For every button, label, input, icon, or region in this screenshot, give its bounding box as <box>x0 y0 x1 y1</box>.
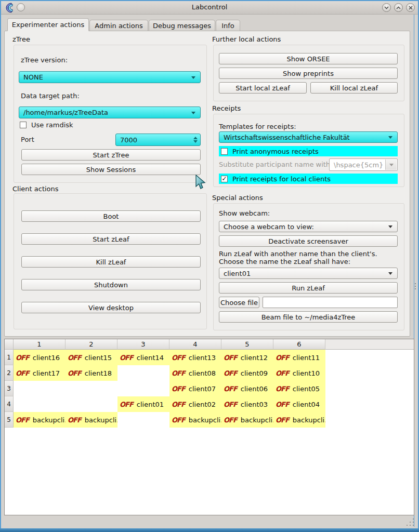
group-title-client-actions: Client actions <box>12 185 59 193</box>
client-cell[interactable]: OFFclient16 <box>14 350 66 365</box>
client-cell[interactable]: OFFclient14 <box>117 350 169 365</box>
client-cell[interactable]: OFFclient10 <box>273 365 325 381</box>
minimize-button[interactable] <box>382 3 391 12</box>
spinner-arrows[interactable] <box>192 135 199 144</box>
client-name: backupcli... <box>241 416 273 424</box>
kill-local-zleaf-button[interactable]: Kill local zLeaf <box>310 82 398 94</box>
client-cell[interactable]: OFFclient13 <box>169 350 221 365</box>
client-cell[interactable]: OFFclient12 <box>221 350 273 365</box>
client-cell[interactable]: OFFclient03 <box>221 396 273 412</box>
table-header-filler <box>325 339 414 350</box>
status-off-badge: OFF <box>16 354 29 362</box>
show-orsee-button[interactable]: Show ORSEE <box>219 53 398 64</box>
client-cell[interactable]: OFFclient08 <box>169 365 221 381</box>
client-name: client03 <box>241 401 268 408</box>
choose-file-button[interactable]: Choose file <box>219 297 259 308</box>
empty-cell[interactable] <box>14 381 66 396</box>
beam-file-button[interactable]: Beam file to ~/media4zTree <box>219 311 398 323</box>
client-name: backupcli... <box>85 416 117 424</box>
data-target-path-select[interactable]: /home/markus/zTreeData <box>19 107 201 118</box>
client-cell[interactable]: OFFclient15 <box>66 350 117 365</box>
spin-up-icon <box>193 137 198 139</box>
client-cell[interactable]: OFFclient04 <box>273 396 325 412</box>
empty-cell[interactable] <box>14 396 66 412</box>
tab-admin-actions[interactable]: Admin actions <box>89 20 148 31</box>
client-cell[interactable]: OFFclient05 <box>273 381 325 396</box>
client-cell[interactable]: OFFbackupcli... <box>14 412 66 428</box>
print-anonymous-row: Print anonymous receipts <box>219 146 398 156</box>
window-menu-button[interactable] <box>17 3 25 11</box>
row-header-2[interactable]: 2 <box>5 365 14 381</box>
row-header-4[interactable]: 4 <box>5 396 14 412</box>
status-off-badge: OFF <box>276 401 289 408</box>
status-off-badge: OFF <box>172 385 185 393</box>
run-zleaf-button[interactable]: Run zLeaf <box>219 282 398 294</box>
client-cell[interactable]: OFFbackupcli... <box>66 412 117 428</box>
empty-cell[interactable] <box>117 412 169 428</box>
tab-experimenter-actions[interactable]: Experimenter actions <box>7 18 89 31</box>
ztree-version-value: NONE <box>23 73 43 81</box>
start-ztree-button[interactable]: Start zTree <box>21 149 201 161</box>
column-header-1[interactable]: 1 <box>14 339 66 350</box>
column-header-3[interactable]: 3 <box>117 339 169 350</box>
column-header-5[interactable]: 5 <box>221 339 273 350</box>
resize-grip[interactable] <box>407 518 417 528</box>
tab-info[interactable]: Info <box>216 20 240 31</box>
port-spinbox[interactable]: 7000 <box>115 134 201 146</box>
print-anonymous-checkbox[interactable] <box>221 148 228 155</box>
client-cell[interactable]: OFFbackupcli... <box>221 412 273 428</box>
start-zleaf-button[interactable]: Start zLeaf <box>21 233 201 245</box>
column-header-6[interactable]: 6 <box>273 339 325 350</box>
empty-cell[interactable] <box>66 381 117 396</box>
print-local-checkbox[interactable]: ✓ <box>221 176 228 182</box>
chevron-down-icon <box>191 112 195 114</box>
status-off-badge: OFF <box>172 401 185 408</box>
chevron-down-icon <box>191 76 195 79</box>
client-name: client04 <box>293 401 320 408</box>
ztree-version-select[interactable]: NONE <box>19 71 201 83</box>
empty-cell[interactable] <box>117 381 169 396</box>
close-button[interactable] <box>406 3 415 12</box>
chevron-down-icon <box>388 136 392 139</box>
column-header-2[interactable]: 2 <box>66 339 117 350</box>
start-local-zleaf-button[interactable]: Start local zLeaf <box>219 82 307 94</box>
webcam-select[interactable]: Choose a webcam to view: <box>219 221 398 232</box>
boot-button[interactable]: Boot <box>21 210 201 222</box>
file-path-input[interactable] <box>263 297 398 308</box>
client-cell[interactable]: OFFclient17 <box>14 365 66 381</box>
client-cell[interactable]: OFFclient02 <box>169 396 221 412</box>
client-cell[interactable]: OFFclient07 <box>169 381 221 396</box>
maximize-button[interactable] <box>394 3 403 12</box>
labcontrol-window: Labcontrol Experimenter actions Admin ac… <box>0 0 419 532</box>
row-header-1[interactable]: 1 <box>5 350 14 365</box>
receipt-template-select[interactable]: Wirtschaftswissenschaftliche Fakultät <box>219 131 398 143</box>
tab-debug-messages[interactable]: Debug messages <box>149 20 215 31</box>
print-local-row: ✓ Print receipts for local clients <box>219 174 398 184</box>
client-cell[interactable]: OFFclient01 <box>117 396 169 412</box>
column-header-4[interactable]: 4 <box>169 339 221 350</box>
client-cell[interactable]: OFFbackupcli... <box>273 412 325 428</box>
show-sessions-button[interactable]: Show Sessions <box>21 164 201 175</box>
shutdown-button[interactable]: Shutdown <box>21 279 201 290</box>
zleaf-name-select[interactable]: client01 <box>219 268 398 279</box>
client-cell[interactable]: OFFclient09 <box>221 365 273 381</box>
use-ramdisk-checkbox[interactable] <box>20 122 27 128</box>
deactivate-screensaver-button[interactable]: Deactivate screensaver <box>219 235 398 247</box>
client-cell[interactable]: OFFclient06 <box>221 381 273 396</box>
empty-cell[interactable] <box>66 396 117 412</box>
status-off-badge: OFF <box>276 385 289 393</box>
client-name: client07 <box>189 385 216 393</box>
client-cell[interactable]: OFFclient18 <box>66 365 117 381</box>
view-desktop-button[interactable]: View desktop <box>21 302 201 313</box>
spin-down-icon <box>193 140 198 143</box>
row-header-3[interactable]: 3 <box>5 381 14 396</box>
kill-zleaf-button[interactable]: Kill zLeaf <box>21 256 201 268</box>
show-preprints-button[interactable]: Show preprints <box>219 68 398 79</box>
empty-cell[interactable] <box>117 365 169 381</box>
run-zleaf-note-line1: Run zLeaf with another name than the cli… <box>219 250 377 258</box>
row-header-5[interactable]: 5 <box>5 412 14 428</box>
substitute-name-value: \hspace{5cm} <box>334 161 383 169</box>
run-zleaf-note-line2: Choose the name the zLeaf shall have: <box>219 258 350 265</box>
client-cell[interactable]: OFFbackupcli... <box>169 412 221 428</box>
client-cell[interactable]: OFFclient11 <box>273 350 325 365</box>
